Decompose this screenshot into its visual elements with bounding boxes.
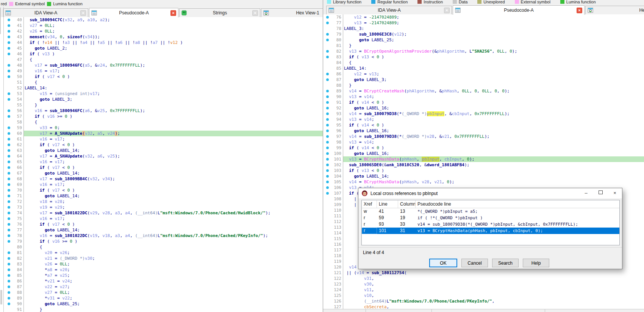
code-line-90[interactable]: 90 goto LABEL_25; [0,301,323,307]
breakpoint-dot[interactable] [7,40,12,45]
code-line-92[interactable]: 92 goto LABEL_16; [323,105,644,111]
code-line-89[interactable]: 89 v14 = BCryptCreateHash(phAlgorithm, &… [323,88,644,94]
breakpoint-dot[interactable] [325,88,331,94]
column-header-pseudocode-line[interactable]: Pseudocode line [416,200,619,208]
dialog-title-bar[interactable]: Local cross references to pbInput – × [358,188,622,198]
breakpoint-dot[interactable] [7,51,12,57]
breakpoint-dot[interactable] [7,170,12,176]
breakpoint-dot[interactable] [7,17,12,23]
breakpoint-dot[interactable] [7,125,12,131]
code-line-52[interactable]: 52LABEL_14: [0,85,323,91]
breakpoint-dot[interactable] [325,20,331,26]
code-line-76[interactable]: 76 if ( v17 < 0 ) [0,222,323,227]
code-line-54[interactable]: 54 goto LABEL_3; [0,97,323,102]
close-icon[interactable]: × [577,8,582,13]
code-line-58[interactable]: 58 { [0,119,323,125]
breakpoint-dot[interactable] [7,108,12,114]
breakpoint-dot[interactable] [325,37,331,43]
code-line-50[interactable]: 50 if ( v17 < 0 ) [0,74,323,80]
code-line-71[interactable]: 71 goto LABEL_14; [0,193,323,199]
code-line-97[interactable]: 97 v14 = sub_180079D38(*(_QWORD *)v28, &… [323,134,644,139]
code-line-81[interactable]: 81 v20 = v26; [0,250,323,256]
breakpoint-dot[interactable] [325,54,331,60]
breakpoint-dot[interactable] [325,111,331,117]
code-line-83[interactable]: 83 if ( v13 < 0 ) [323,54,644,60]
tab-strings[interactable]: Strings× [179,8,260,17]
breakpoint-dot[interactable] [7,34,12,40]
code-line-76[interactable]: 76 v12 = -2147024809; [323,14,644,20]
breakpoint-dot[interactable] [7,68,12,74]
column-header-column[interactable]: Column [398,200,416,208]
breakpoint-dot[interactable] [7,142,12,148]
breakpoint-dot[interactable] [7,227,12,233]
code-line-74[interactable]: 74 v17 = sub_1801022DC(v29, v28, a3, a4,… [0,210,323,216]
breakpoint-dot[interactable] [7,165,12,170]
breakpoint-dot[interactable] [325,100,331,105]
code-line-56[interactable]: 56 v16 = sub_1800946FC(a6, &v25, 0x7FFFF… [0,108,323,114]
code-line-51[interactable]: 51 { [0,80,323,85]
close-icon[interactable]: × [80,10,86,16]
code-line-46[interactable]: 46 if ( v13 ) [0,51,323,57]
tab-ida-view-a[interactable]: IDA View-A× [326,6,452,14]
code-line-55[interactable]: 55 } [0,102,323,108]
code-line-60[interactable]: 60 v17 = A_SHAUpdate(v32, a5, v24); [0,131,323,136]
code-line-41[interactable]: 41 v27 = 0LL; [0,23,323,28]
close-button[interactable]: × [608,188,622,198]
code-line-79[interactable]: 79 sub_18006E3C8(v12); [323,31,644,37]
code-line-59[interactable]: 59 v33 = 0; [0,125,323,131]
code-line-101[interactable]: 101 v13 = BCryptHashData(phHash, pbInput… [323,156,644,162]
breakpoint-dot[interactable] [325,162,331,168]
code-line-122[interactable]: 122 v31, [323,276,644,281]
code-line-45[interactable]: 45 goto LABEL_2; [0,45,323,51]
breakpoint-dot[interactable] [325,145,331,151]
code-line-78[interactable]: 78LABEL_3: [323,26,644,31]
breakpoint-dot[interactable] [7,261,12,267]
code-line-88[interactable]: 88 } [323,83,644,88]
code-line-84[interactable]: 84 *a8 = v20; [0,267,323,273]
code-line-64[interactable]: 64 v17 = A_SHAUpdate(v32, a6, v25); [0,153,323,159]
xref-row[interactable]: r9333v14 = sub_180079D38(*(_QWORD *)pbIn… [362,221,619,228]
breakpoint-dot[interactable] [7,204,12,210]
breakpoint-dot[interactable] [325,134,331,139]
column-header-line[interactable]: Line [377,200,398,208]
breakpoint-dot[interactable] [7,97,12,102]
search-button[interactable]: Search [492,259,519,267]
breakpoint-dot[interactable] [325,77,331,83]
breakpoint-dot[interactable] [7,239,12,244]
breakpoint-dot[interactable] [7,153,12,159]
code-line-87[interactable]: 87 goto LABEL_3; [323,77,644,83]
code-line-124[interactable]: 124 v11, [323,287,644,293]
code-line-77[interactable]: 77 v13 = -2147024809; [323,20,644,26]
code-line-100[interactable]: 100 goto LABEL_16; [323,151,644,156]
code-line-93[interactable]: 93 v14 = sub_180079D38(*(_QWORD *)pbInpu… [323,111,644,117]
tab-pseudocode-a[interactable]: Pseudocode-A× [89,8,178,17]
breakpoint-dot[interactable] [7,136,12,142]
xref-row[interactable]: r10131v13 = BCryptHashData(phHash, pbInp… [362,228,619,234]
code-line-49[interactable]: 49 v16 = v17; [0,68,323,74]
code-line-44[interactable]: 44 if ( !v14 || !a3 || !a4 || !a5 || !a6… [0,40,323,45]
breakpoint-dot[interactable] [7,233,12,239]
code-line-68[interactable]: 68 v17 = sub_18009BB4C(v32, v34); [0,176,323,182]
code-line-63[interactable]: 63 goto LABEL_14; [0,148,323,153]
breakpoint-dot[interactable] [325,168,331,173]
code-line-57[interactable]: 57 if ( v16 >= 0 ) [0,114,323,119]
code-line-98[interactable]: 98 v13 = v14; [323,139,644,145]
column-header-xref[interactable]: Xref [362,200,377,208]
code-line-95[interactable]: 95 if ( v14 < 0 ) [323,122,644,128]
code-line-99[interactable]: 99 if ( v14 < 0 ) [323,145,644,151]
breakpoint-dot[interactable] [7,74,12,80]
breakpoint-dot[interactable] [7,216,12,222]
tab-hex-view-1[interactable]: Hex View-1 [261,8,323,17]
code-line-88[interactable]: 88 v27 = 0LL; [0,290,323,295]
ok-button[interactable]: OK [429,259,457,267]
breakpoint-dot[interactable] [325,128,331,134]
code-line-79[interactable]: 79 if ( v16 >= 0 ) [0,239,323,244]
code-line-82[interactable]: 82 v13 = BCryptOpenAlgorithmProvider(&ph… [323,48,644,54]
breakpoint-dot[interactable] [325,139,331,145]
breakpoint-dot[interactable] [7,176,12,182]
close-icon[interactable]: × [252,10,258,16]
code-line-105[interactable]: 105 v14 = BCryptHashData(phHash, v28, v2… [323,179,644,185]
code-line-96[interactable]: 96 goto LABEL_16; [323,128,644,134]
breakpoint-dot[interactable] [325,71,331,77]
breakpoint-dot[interactable] [325,156,331,162]
